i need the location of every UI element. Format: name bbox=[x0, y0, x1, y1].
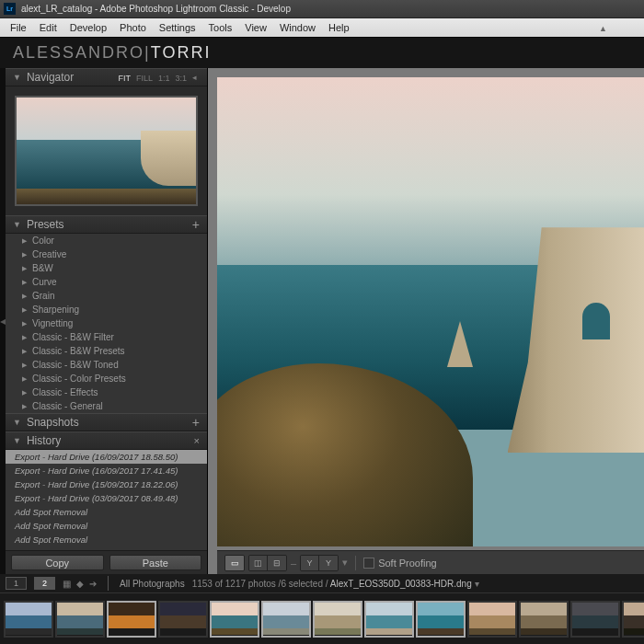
prev-photo-icon[interactable]: ◆ bbox=[76, 579, 84, 589]
history-step[interactable]: Add Spot Removal bbox=[6, 519, 207, 533]
next-photo-icon[interactable]: ➔ bbox=[89, 579, 97, 589]
panel-expand-icon[interactable]: ▲ bbox=[599, 24, 607, 33]
history-step[interactable]: Export - Hard Drive (16/09/2017 18.58.50… bbox=[6, 450, 207, 464]
develop-canvas: ▭ ◫ ⊟ – Y Y ▾ Soft Proofing bbox=[208, 68, 644, 574]
presets-header[interactable]: ▼ Presets + bbox=[6, 215, 207, 234]
filmstrip-thumbnail[interactable] bbox=[519, 601, 569, 638]
filmstrip-thumbnail[interactable] bbox=[570, 601, 620, 638]
copy-button[interactable]: Copy bbox=[11, 555, 104, 570]
zoom-fit[interactable]: FIT bbox=[115, 74, 133, 83]
history-list: Export - Hard Drive (16/09/2017 18.58.50… bbox=[6, 450, 207, 550]
clear-history-button[interactable]: × bbox=[194, 435, 200, 446]
preset-folder[interactable]: ▶Grain bbox=[6, 289, 207, 303]
navigator-preview[interactable] bbox=[6, 86, 207, 215]
filmstrip-info-bar: 1 2 ▦ ◆ ➔ All Photographs 1153 of 1217 p… bbox=[0, 574, 644, 592]
identity-first: ALESSANDRO bbox=[13, 43, 144, 63]
preset-folder[interactable]: ▶Classic - B&W Filter bbox=[6, 330, 207, 344]
disclosure-icon: ▼ bbox=[13, 220, 21, 229]
preset-folder[interactable]: ▶Classic - B&W Toned bbox=[6, 358, 207, 372]
history-step[interactable]: Export - Hard Drive (15/09/2017 18.22.06… bbox=[6, 477, 207, 491]
history-step[interactable]: Export - Hard Drive (16/09/2017 17.41.45… bbox=[6, 464, 207, 477]
preset-folder[interactable]: ▶Classic - Effects bbox=[6, 385, 207, 399]
disclosure-icon: ▼ bbox=[13, 436, 21, 445]
develop-toolbar: ▭ ◫ ⊟ – Y Y ▾ Soft Proofing bbox=[217, 550, 644, 574]
grid-view-icon[interactable]: ▦ bbox=[63, 579, 71, 589]
left-panel: ▼ Navigator FITFILL1:13:1 ◂ ▼ Presets + … bbox=[6, 68, 208, 574]
menubar: FileEditDevelopPhotoSettingsToolsViewWin… bbox=[0, 18, 644, 37]
add-snapshot-button[interactable]: + bbox=[192, 415, 200, 430]
filmstrip-thumbnail[interactable] bbox=[4, 601, 53, 638]
soft-proofing-label: Soft Proofing bbox=[378, 558, 437, 569]
presets-title: Presets bbox=[27, 218, 64, 231]
filename-chevron-icon[interactable]: ▾ bbox=[475, 579, 479, 589]
history-header[interactable]: ▼ History × bbox=[6, 431, 207, 450]
menu-develop[interactable]: Develop bbox=[63, 22, 113, 33]
navigator-title: Navigator bbox=[27, 71, 74, 84]
identity-last: TORRI bbox=[151, 43, 212, 63]
filmstrip-thumbnail[interactable] bbox=[313, 601, 362, 638]
history-title: History bbox=[27, 434, 61, 447]
preset-folder[interactable]: ▶Curve bbox=[6, 275, 207, 289]
snapshots-title: Snapshots bbox=[27, 416, 79, 429]
before-after-lr-button[interactable]: ◫ bbox=[249, 556, 268, 570]
menu-file[interactable]: File bbox=[4, 22, 33, 33]
menu-tools[interactable]: Tools bbox=[202, 22, 239, 33]
filmstrip-thumbnail[interactable] bbox=[364, 601, 414, 638]
zoom-chevron-icon[interactable]: ◂ bbox=[190, 73, 200, 82]
preset-folder[interactable]: ▶Creative bbox=[6, 247, 207, 261]
zoom-3:1[interactable]: 3:1 bbox=[172, 74, 190, 83]
preset-folder[interactable]: ▶Classic - General bbox=[6, 399, 207, 413]
menu-view[interactable]: View bbox=[238, 22, 273, 33]
preset-list: ▶Color▶Creative▶B&W▶Curve▶Grain▶Sharpeni… bbox=[6, 234, 207, 413]
main-image-preview[interactable] bbox=[217, 77, 644, 546]
filmstrip[interactable] bbox=[0, 592, 644, 644]
snapshots-header[interactable]: ▼ Snapshots + bbox=[6, 413, 207, 431]
filmstrip-thumbnail[interactable] bbox=[261, 601, 311, 638]
menu-settings[interactable]: Settings bbox=[153, 22, 202, 33]
menu-photo[interactable]: Photo bbox=[113, 22, 153, 33]
screen-2-button[interactable]: 2 bbox=[34, 577, 55, 590]
soft-proofing-checkbox[interactable] bbox=[363, 558, 374, 569]
menu-window[interactable]: Window bbox=[273, 22, 322, 33]
screen-1-button[interactable]: 1 bbox=[6, 577, 27, 590]
photo-count: 1153 of 1217 photos /6 selected / bbox=[192, 579, 328, 589]
filmstrip-thumbnail[interactable] bbox=[467, 601, 517, 638]
preset-folder[interactable]: ▶Color bbox=[6, 234, 207, 247]
history-step[interactable]: Add Spot Removal bbox=[6, 505, 207, 519]
disclosure-icon: ▼ bbox=[13, 418, 21, 427]
zoom-fill[interactable]: FILL bbox=[133, 74, 155, 83]
filmstrip-thumbnail[interactable] bbox=[622, 601, 644, 638]
preset-folder[interactable]: ▶Vignetting bbox=[6, 316, 207, 330]
current-filename: AlexT_EOS350D_00383-HDR.dng bbox=[330, 579, 472, 589]
history-step[interactable]: Add Spot Removal bbox=[6, 533, 207, 546]
preset-folder[interactable]: ▶Sharpening bbox=[6, 303, 207, 316]
menu-help[interactable]: Help bbox=[322, 22, 356, 33]
add-preset-button[interactable]: + bbox=[192, 217, 200, 232]
disclosure-icon: ▼ bbox=[13, 73, 21, 82]
identity-plate: ALESSANDRO | TORRI bbox=[0, 37, 644, 68]
menu-edit[interactable]: Edit bbox=[33, 22, 63, 33]
filmstrip-thumbnail[interactable] bbox=[158, 601, 208, 638]
app-icon: Lr bbox=[4, 3, 16, 15]
filmstrip-thumbnail[interactable] bbox=[55, 601, 105, 638]
loupe-view-button[interactable]: ▭ bbox=[225, 556, 244, 570]
filmstrip-thumbnail[interactable] bbox=[416, 601, 466, 638]
preset-folder[interactable]: ▶B&W bbox=[6, 261, 207, 275]
preset-folder[interactable]: ▶Classic - B&W Presets bbox=[6, 344, 207, 358]
zoom-1:1[interactable]: 1:1 bbox=[155, 74, 173, 83]
identity-sep: | bbox=[144, 43, 151, 63]
compare-2-button[interactable]: Y bbox=[319, 556, 338, 570]
navigator-header[interactable]: ▼ Navigator FITFILL1:13:1 ◂ bbox=[6, 68, 207, 86]
before-after-tb-button[interactable]: ⊟ bbox=[268, 556, 286, 570]
compare-chevron-icon[interactable]: ▾ bbox=[342, 557, 348, 569]
paste-button[interactable]: Paste bbox=[109, 555, 202, 570]
window-titlebar: Lr alext_LR_catalog - Adobe Photoshop Li… bbox=[0, 0, 644, 18]
window-title: alext_LR_catalog - Adobe Photoshop Light… bbox=[21, 4, 291, 14]
history-step[interactable]: Export - Hard Drive (03/09/2017 08.49.48… bbox=[6, 491, 207, 505]
preset-folder[interactable]: ▶Classic - Color Presets bbox=[6, 372, 207, 385]
compare-1-button[interactable]: Y bbox=[301, 556, 319, 570]
source-label[interactable]: All Photographs bbox=[120, 579, 185, 589]
filmstrip-thumbnail[interactable] bbox=[210, 601, 259, 638]
filmstrip-thumbnail[interactable] bbox=[107, 601, 156, 638]
